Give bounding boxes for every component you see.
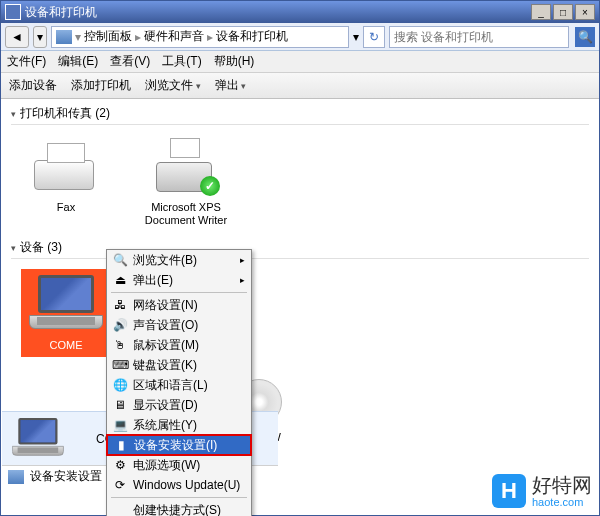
ctx-shortcut[interactable]: 创建快捷方式(S): [107, 500, 251, 516]
window-title: 设备和打印机: [25, 4, 531, 21]
browse-files-button[interactable]: 浏览文件: [145, 77, 201, 94]
refresh-button[interactable]: ↻: [363, 26, 385, 48]
display-icon: 🖥: [111, 397, 129, 413]
menu-tools[interactable]: 工具(T): [162, 53, 201, 70]
system-icon: 💻: [111, 417, 129, 433]
ctx-display[interactable]: 🖥显示设置(D): [107, 395, 251, 415]
printer-icon: ✓: [156, 142, 216, 192]
ctx-keyboard[interactable]: ⌨键盘设置(K): [107, 355, 251, 375]
breadcrumb[interactable]: ▾ 控制面板 ▸ 硬件和声音 ▸ 设备和打印机: [51, 26, 349, 48]
search-input[interactable]: [394, 30, 564, 44]
device-fax[interactable]: Fax: [21, 135, 111, 227]
group-devices-label: 设备 (3): [20, 239, 62, 256]
status-text: 设备安装设置: [30, 468, 102, 485]
menu-view[interactable]: 查看(V): [110, 53, 150, 70]
search-box[interactable]: [389, 26, 569, 48]
mouse-icon: 🖱: [111, 337, 129, 353]
eject-icon: ⏏: [111, 272, 129, 288]
search-button[interactable]: 🔍: [575, 27, 595, 47]
check-icon: ✓: [200, 176, 220, 196]
ctx-eject[interactable]: ⏏弹出(E): [107, 270, 251, 290]
collapse-icon[interactable]: ▾: [11, 109, 16, 119]
laptop-icon: [29, 275, 103, 335]
ctx-device-install[interactable]: ▮设备安装设置(I): [106, 434, 252, 456]
ctx-mouse[interactable]: 🖱鼠标设置(M): [107, 335, 251, 355]
device-icon: ▮: [112, 437, 130, 453]
maximize-button[interactable]: □: [553, 4, 573, 20]
ctx-sound[interactable]: 🔊声音设置(O): [107, 315, 251, 335]
menu-edit[interactable]: 编辑(E): [58, 53, 98, 70]
group-printers-label: 打印机和传真 (2): [20, 105, 110, 122]
breadcrumb-seg2[interactable]: 硬件和声音: [144, 28, 204, 45]
devices-icon: [56, 30, 72, 44]
menubar: 文件(F) 编辑(E) 查看(V) 工具(T) 帮助(H): [1, 51, 599, 73]
add-printer-button[interactable]: 添加打印机: [71, 77, 131, 94]
back-history-button[interactable]: ▾: [33, 26, 47, 48]
breadcrumb-seg3[interactable]: 设备和打印机: [216, 28, 288, 45]
search-icon: 🔍: [111, 252, 129, 268]
device-xps[interactable]: ✓ Microsoft XPS Document Writer: [141, 135, 231, 227]
watermark-text2: haote.com: [532, 496, 592, 508]
back-button[interactable]: ◄: [5, 26, 29, 48]
toolbar: 添加设备 添加打印机 浏览文件 弹出: [1, 73, 599, 99]
watermark: H 好特网 haote.com: [492, 474, 592, 508]
menu-file[interactable]: 文件(F): [7, 53, 46, 70]
breadcrumb-seg1[interactable]: 控制面板: [84, 28, 132, 45]
ctx-system[interactable]: 💻系统属性(Y): [107, 415, 251, 435]
context-menu: 🔍浏览文件(B) ⏏弹出(E) 🖧网络设置(N) 🔊声音设置(O) 🖱鼠标设置(…: [106, 249, 252, 516]
eject-button[interactable]: 弹出: [215, 77, 247, 94]
laptop-icon: [12, 418, 64, 460]
ctx-network[interactable]: 🖧网络设置(N): [107, 295, 251, 315]
fax-icon: [34, 140, 98, 194]
ctx-browse[interactable]: 🔍浏览文件(B): [107, 250, 251, 270]
device-come[interactable]: COME: [21, 269, 111, 356]
keyboard-icon: ⌨: [111, 357, 129, 373]
watermark-logo: H: [492, 474, 526, 508]
device-xps-label: Microsoft XPS Document Writer: [141, 201, 231, 227]
ctx-region[interactable]: 🌐区域和语言(L): [107, 375, 251, 395]
device-fax-label: Fax: [21, 201, 111, 214]
watermark-text1: 好特网: [532, 474, 592, 496]
content-area: ▾ 打印机和传真 (2) Fax ✓ Microsoft XPS Documen…: [1, 99, 599, 459]
ctx-windows-update[interactable]: ⟳Windows Update(U): [107, 475, 251, 495]
devices-icon: [8, 470, 24, 484]
group-printers-header[interactable]: ▾ 打印机和传真 (2): [11, 105, 589, 125]
power-icon: ⚙: [111, 457, 129, 473]
sound-icon: 🔊: [111, 317, 129, 333]
network-icon: 🖧: [111, 297, 129, 313]
group-devices-header[interactable]: ▾ 设备 (3): [11, 239, 589, 259]
ctx-power[interactable]: ⚙电源选项(W): [107, 455, 251, 475]
device-come-label: COME: [25, 339, 107, 352]
globe-icon: 🌐: [111, 377, 129, 393]
collapse-icon[interactable]: ▾: [11, 243, 16, 253]
update-icon: ⟳: [111, 477, 129, 493]
minimize-button[interactable]: _: [531, 4, 551, 20]
app-icon: [5, 4, 21, 20]
add-device-button[interactable]: 添加设备: [9, 77, 57, 94]
close-button[interactable]: ×: [575, 4, 595, 20]
menu-help[interactable]: 帮助(H): [214, 53, 255, 70]
titlebar: 设备和打印机 _ □ ×: [1, 1, 599, 23]
address-bar: ◄ ▾ ▾ 控制面板 ▸ 硬件和声音 ▸ 设备和打印机 ▾ ↻ 🔍: [1, 23, 599, 51]
